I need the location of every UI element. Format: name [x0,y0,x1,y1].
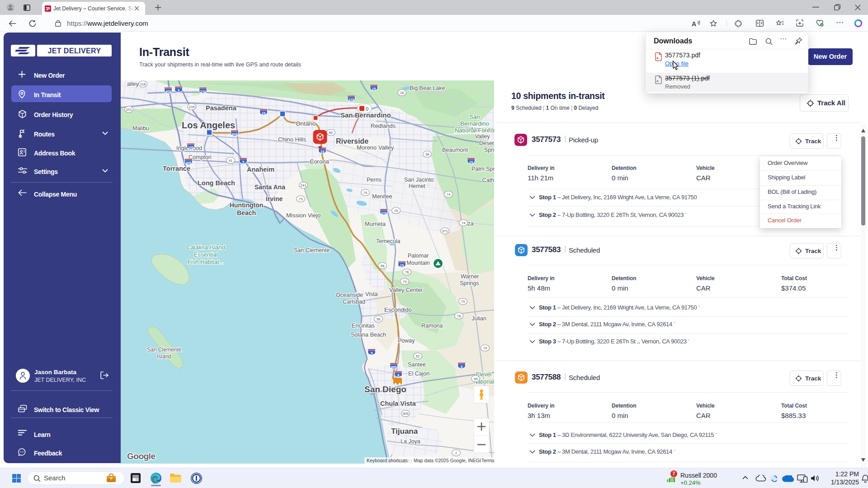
svg-text:Island: Island [157,353,171,360]
svg-text:101: 101 [126,108,132,112]
svg-text:Moreno Valley: Moreno Valley [357,144,394,151]
svg-text:A: A [656,56,659,60]
svg-text:2: 2 [455,451,457,455]
svg-text:Murrieta: Murrieta [365,221,386,227]
svg-text:A: A [656,80,659,83]
svg-text:0: 0 [366,106,368,112]
svg-text:134: 134 [189,105,195,109]
svg-text:8: 8 [397,373,399,377]
svg-text:Santee: Santee [408,361,426,368]
svg-text:Mission Viejo: Mission Viejo [286,212,321,219]
svg-text:405: 405 [165,89,171,94]
svg-text:79: 79 [461,300,465,304]
svg-text:Valley Center: Valley Center [389,287,423,293]
svg-text:7: 7 [673,471,675,476]
svg-text:105: 105 [188,145,194,150]
svg-text:Poway: Poway [398,338,415,344]
svg-text:San Clemente: San Clemente [147,347,181,353]
svg-text:San Clemente: San Clemente [294,247,330,253]
svg-text:San: San [469,113,480,120]
svg-text:74: 74 [447,192,451,197]
svg-text:Irvine: Irvine [266,195,283,202]
svg-text:5: 5 [371,351,373,355]
svg-text:Temecula: Temecula [376,238,401,244]
svg-text:Palomar: Palomar [408,253,429,259]
svg-text:Pasadena: Pasadena [206,104,237,112]
svg-text:94: 94 [474,377,478,381]
svg-text:15: 15 [400,263,404,267]
svg-text:74: 74 [462,221,466,225]
svg-text:Vista: Vista [365,291,378,297]
svg-text:10: 10 [262,111,265,115]
svg-text:371: 371 [442,229,448,233]
svg-text:Chino Hills: Chino Hills [278,136,307,143]
svg-text:Springs: Springs [460,280,479,286]
svg-text:Anaheim: Anaheim [247,166,274,173]
svg-text:Chula Vista: Chula Vista [380,400,416,407]
svg-text:Mountain: Mountain [406,260,429,266]
svg-text:Los Angeles: Los Angeles [182,120,235,130]
svg-text:Redlands: Redlands [371,122,396,129]
svg-text:Terms: Terms [481,458,494,463]
svg-text:Escondido: Escondido [384,306,412,313]
svg-text:Map data ©2025 Google, INEGI: Map data ©2025 Google, INEGI [414,458,481,463]
svg-text:215: 215 [381,211,387,215]
svg-text:52: 52 [416,354,420,358]
svg-text:210: 210 [200,89,206,94]
svg-text:Ontario: Ontario [296,120,316,127]
svg-text:56: 56 [377,317,381,321]
svg-text:Cath: Cath [482,177,494,183]
svg-text:56: 56 [381,264,385,268]
svg-text:10: 10 [469,160,473,164]
svg-text:La Joya: La Joya [401,438,420,445]
svg-text:Oceanside: Oceanside [336,292,363,298]
svg-text:8: 8 [461,365,462,369]
svg-text:National Forest: National Forest [455,127,494,134]
svg-text:A: A [692,20,696,28]
svg-text:Perris: Perris [367,177,382,183]
svg-text:San Jacinto: San Jacinto [404,177,434,183]
svg-text:405: 405 [186,161,192,165]
svg-text:78: 78 [457,314,461,318]
svg-text:Essential: Essential [194,251,218,258]
svg-text:Julian: Julian [472,315,486,322]
svg-text:Torrance: Torrance [163,165,190,172]
svg-text:San Diego: San Diego [364,385,406,394]
svg-text:73: 73 [299,197,303,201]
svg-text:Spri: Spri [484,147,494,153]
svg-text:15: 15 [372,87,376,91]
svg-text:805: 805 [391,365,397,369]
svg-text:Bernardino: Bernardino [460,120,489,127]
svg-text:Google: Google [127,451,155,461]
svg-text:79: 79 [394,209,398,213]
svg-text:Hemet: Hemet [409,183,425,189]
svg-text:118: 118 [140,82,146,86]
svg-text:241: 241 [300,183,306,188]
svg-text:Tijuana: Tijuana [391,427,418,436]
svg-text:Beach: Beach [237,209,256,216]
svg-text:Palm Spri: Palm Spri [472,166,494,172]
svg-text:Long Beach: Long Beach [198,179,235,187]
svg-text:Fish Habitat...: Fish Habitat... [188,258,224,265]
svg-text:79: 79 [403,280,407,284]
svg-text:Catalina Island: Catalina Island [186,244,225,251]
svg-text:38: 38 [425,152,429,156]
svg-text:18: 18 [400,91,404,95]
svg-text:79: 79 [483,346,487,350]
svg-text:Big Bear Lake: Big Bear Lake [410,85,445,91]
svg-text:215: 215 [349,98,354,102]
svg-text:Warner: Warner [461,273,479,280]
svg-text:76: 76 [405,270,409,274]
svg-text:Solana Beach: Solana Beach [351,332,386,338]
svg-text:Valley: Valley [475,133,490,140]
svg-text:alley: alley [127,81,139,87]
svg-text:Malibu: Malibu [132,125,149,131]
svg-text:Deser: Deser [479,140,494,146]
svg-text:Santa Ana: Santa Ana [255,183,285,191]
svg-text:Ramona: Ramona [421,323,443,329]
svg-text:Encinitas: Encinitas [352,323,375,329]
svg-text:Corona: Corona [310,158,329,165]
svg-text:Keyboard shortcuts: Keyboard shortcuts [367,458,407,463]
svg-text:5: 5 [242,160,244,164]
svg-text:74: 74 [363,191,368,195]
